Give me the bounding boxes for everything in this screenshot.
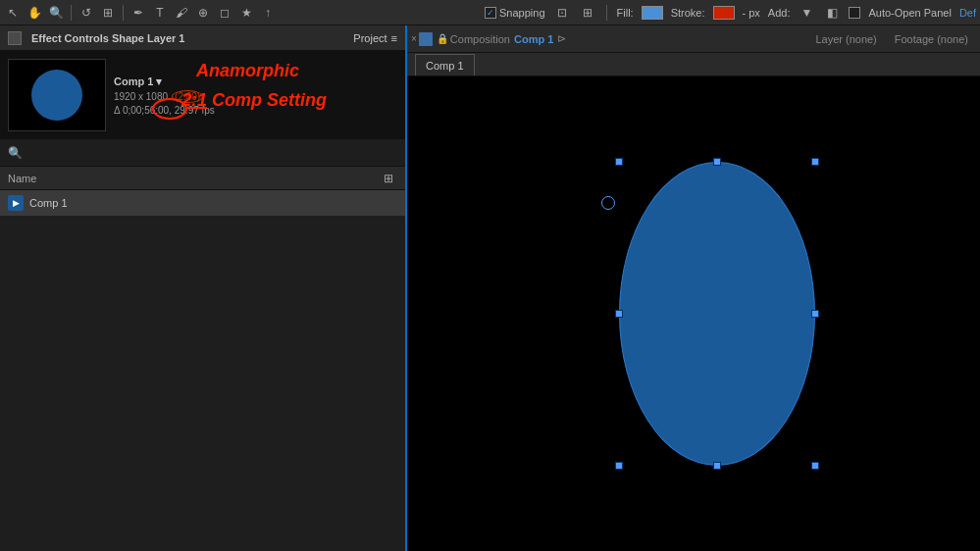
name-column-header: Name xyxy=(8,173,36,184)
tool-zoom[interactable]: 🔍 xyxy=(47,4,65,22)
comp-item-icon: ▶ xyxy=(8,195,24,211)
separator-3 xyxy=(606,5,607,21)
list-item-name: Comp 1 xyxy=(29,197,68,209)
tab-comp-icon xyxy=(419,32,433,46)
list-item[interactable]: ▶ Comp 1 xyxy=(0,190,405,216)
tab-comp-name[interactable]: Comp 1 xyxy=(514,33,553,45)
auto-open-checkbox[interactable] xyxy=(849,7,860,19)
handle-top-left[interactable] xyxy=(615,158,623,166)
handle-mid-left[interactable] xyxy=(615,310,623,318)
tool-pen[interactable]: ✒ xyxy=(129,4,147,22)
comp-name[interactable]: Comp 1 ▾ xyxy=(114,75,215,88)
handle-mid-right[interactable] xyxy=(811,310,819,318)
handle-bottom-right[interactable] xyxy=(811,462,819,470)
main-layout: Effect Controls Shape Layer 1 Project ≡ … xyxy=(0,25,980,551)
tool-camera[interactable]: ⊞ xyxy=(99,4,117,22)
tool-rotate[interactable]: ↺ xyxy=(77,4,95,22)
tab-lock-icon[interactable]: 🔒 xyxy=(437,33,448,44)
top-toolbar: ↖ ✋ 🔍 ↺ ⊞ ✒ T 🖌 ⊕ ◻ ★ ↑ ✓ Snapping ⊡ ⊞ F… xyxy=(0,0,980,25)
right-panel: × 🔒 Composition Comp 1 ⊳ Layer (none) Fo… xyxy=(407,25,980,551)
snap-icon-2[interactable]: ⊞ xyxy=(579,4,596,22)
snapping-checkbox[interactable]: ✓ xyxy=(485,7,496,19)
anchor-handle[interactable] xyxy=(601,196,615,210)
list-header: Name ⊞ xyxy=(0,167,405,190)
tool-text[interactable]: T xyxy=(151,4,169,22)
comp-info: Comp 1 ▾ 1920 x 1080 (2.00) Δ 0;00;56;00… xyxy=(114,75,215,116)
tab-close-icon[interactable]: × xyxy=(411,33,417,44)
search-icon: 🔍 xyxy=(8,146,23,160)
project-title: Project ≡ xyxy=(353,32,397,44)
ellipse-wrapper[interactable] xyxy=(619,162,815,466)
project-label: Project xyxy=(353,32,387,44)
thumb-ellipse xyxy=(31,70,82,121)
px-label: - px xyxy=(743,7,760,19)
snapping-control[interactable]: ✓ Snapping xyxy=(485,7,545,19)
add-dropdown[interactable]: ▼ xyxy=(798,4,815,22)
separator-2 xyxy=(123,5,124,21)
project-menu-icon[interactable]: ≡ xyxy=(391,32,397,44)
comp-resolution: 1920 x 1080 xyxy=(114,91,168,102)
composition-label: Composition xyxy=(450,33,510,45)
tool-clone[interactable]: ⊕ xyxy=(194,4,212,22)
toggle-icon[interactable]: ◧ xyxy=(823,4,841,22)
tabs-row-top: × 🔒 Composition Comp 1 ⊳ Layer (none) Fo… xyxy=(407,25,980,53)
tool-select[interactable]: ↖ xyxy=(4,4,22,22)
effect-controls-header: Effect Controls Shape Layer 1 Project ≡ xyxy=(0,25,405,51)
handle-bottom-left[interactable] xyxy=(615,462,623,470)
tool-pin[interactable]: ↑ xyxy=(259,4,277,22)
search-input[interactable] xyxy=(26,147,397,159)
handle-bottom-mid[interactable] xyxy=(713,462,721,470)
canvas-area xyxy=(463,103,924,525)
project-list: Name ⊞ ▶ Comp 1 xyxy=(0,167,405,551)
add-label: Add: xyxy=(768,7,791,19)
fill-label: Fill: xyxy=(617,7,634,19)
list-options-icon[interactable]: ⊞ xyxy=(380,170,397,187)
snap-icon[interactable]: ⊡ xyxy=(553,4,571,22)
comp1-tab[interactable]: Comp 1 xyxy=(415,54,475,75)
comp-thumbnail xyxy=(8,59,106,131)
stroke-label: Stroke: xyxy=(671,7,705,19)
stroke-swatch[interactable] xyxy=(713,6,735,20)
tool-brush[interactable]: 🖌 xyxy=(173,4,190,22)
tab-panel-labels: Comp 1 xyxy=(407,53,980,76)
thumbnail-area: Comp 1 ▾ 1920 x 1080 (2.00) Δ 0;00;56;00… xyxy=(0,51,405,139)
footage-none-label: Footage (none) xyxy=(895,33,968,45)
comp-pixel-aspect: (2.00) xyxy=(172,90,203,103)
layer-none-label: Layer (none) xyxy=(815,33,876,45)
comp-viewer[interactable] xyxy=(407,76,980,551)
tab-expand-icon[interactable]: ⊳ xyxy=(557,32,566,45)
toolbar-right: ✓ Snapping ⊡ ⊞ Fill: Stroke: - px Add: ▼… xyxy=(485,4,976,22)
comp1-tab-label: Comp 1 xyxy=(426,60,464,72)
comp-duration: Δ 0;00;56;00, 29.97 fps xyxy=(114,105,215,116)
left-panel: Effect Controls Shape Layer 1 Project ≡ … xyxy=(0,25,407,551)
panel-icon xyxy=(8,31,22,45)
handle-top-mid[interactable] xyxy=(713,158,721,166)
tool-eraser[interactable]: ◻ xyxy=(216,4,233,22)
def-label: Def xyxy=(959,7,976,19)
effect-controls-title: Effect Controls Shape Layer 1 xyxy=(31,32,185,44)
snapping-label: Snapping xyxy=(499,7,545,19)
separator-1 xyxy=(71,5,72,21)
auto-open-label: Auto-Open Panel xyxy=(868,7,951,19)
search-bar: 🔍 xyxy=(0,139,405,167)
ellipse-selection xyxy=(619,162,815,466)
ellipse-shape[interactable] xyxy=(619,162,815,466)
tool-hand[interactable]: ✋ xyxy=(26,4,43,22)
handle-top-right[interactable] xyxy=(811,158,819,166)
tool-puppet[interactable]: ★ xyxy=(237,4,255,22)
fill-swatch[interactable] xyxy=(642,6,663,20)
comp-tabs: × 🔒 Composition Comp 1 ⊳ Layer (none) Fo… xyxy=(407,25,980,76)
